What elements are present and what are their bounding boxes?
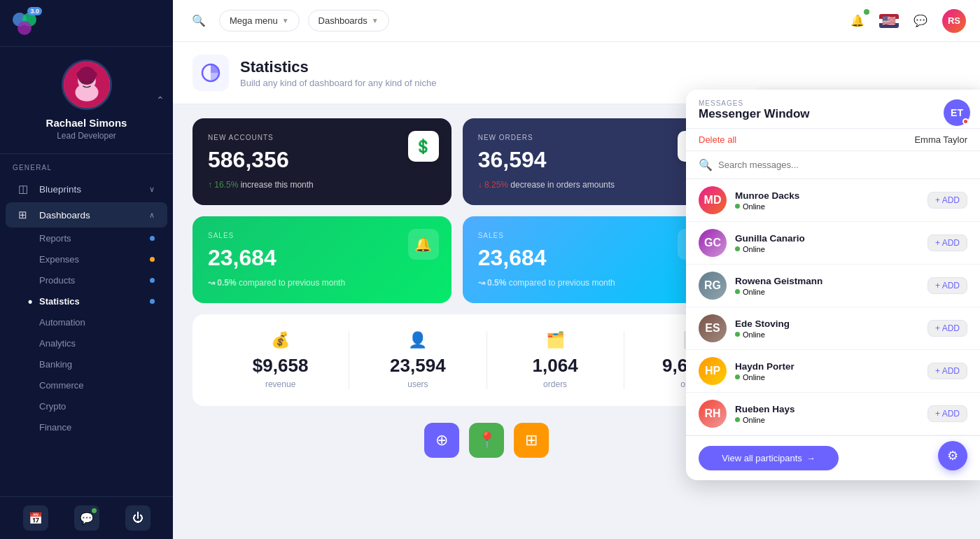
statistics-label: Statistics bbox=[39, 296, 80, 307]
messenger-footer: View all participants → ⚙ bbox=[686, 435, 980, 480]
online-dot-haydn bbox=[735, 374, 740, 379]
contact-avatar-rowena: RG bbox=[699, 272, 727, 300]
contact-name-rueben: Rueben Hays bbox=[735, 404, 927, 414]
dashboards-icon: ⊞ bbox=[18, 209, 32, 221]
logo-icon: 3.0 bbox=[10, 10, 39, 39]
contact-avatar-ede: ES bbox=[699, 314, 727, 342]
avatar bbox=[62, 59, 112, 110]
page-content: Statistics Build any kind of dashboard f… bbox=[173, 42, 980, 539]
users-icon: 👤 bbox=[408, 331, 427, 349]
sidebar-item-products[interactable]: Products bbox=[6, 270, 167, 290]
contact-info-gunilla: Gunilla Canario Online bbox=[735, 233, 927, 253]
new-orders-subtitle: ↓ 8.25% decrease in orders amounts bbox=[478, 180, 706, 190]
contact-avatar-gunilla: GC bbox=[699, 229, 727, 257]
contact-status-rueben: Online bbox=[735, 416, 927, 424]
grid-action-button[interactable]: ⊞ bbox=[514, 423, 549, 458]
users-label: users bbox=[407, 379, 428, 389]
general-label: GENERAL bbox=[0, 154, 173, 176]
messages-label: MESSAGES bbox=[699, 99, 967, 107]
topbar-avatar[interactable]: RS bbox=[942, 9, 966, 33]
blueprints-label: Blueprints bbox=[39, 184, 149, 195]
main-content: 🔍 Mega menu ▼ Dashboards ▼ 🔔 🇺🇸 💬 RS bbox=[173, 0, 980, 539]
view-all-participants-button[interactable]: View all participants → bbox=[699, 446, 839, 470]
contact-ede[interactable]: ES Ede Stoving Online + ADD bbox=[686, 307, 980, 350]
contact-info-rowena: Rowena Geistmann Online bbox=[735, 276, 927, 296]
add-rueben-button[interactable]: + ADD bbox=[927, 405, 967, 422]
sidebar-item-reports[interactable]: Reports bbox=[6, 228, 167, 248]
location-action-button[interactable]: 📍 bbox=[469, 423, 504, 458]
contact-info-ede: Ede Stoving Online bbox=[735, 318, 927, 339]
contact-status-gunilla: Online bbox=[735, 245, 927, 253]
message-button[interactable]: 💬 bbox=[909, 9, 932, 33]
contact-munroe[interactable]: MD Munroe Dacks Online + ADD bbox=[686, 179, 980, 222]
revenue-icon: 💰 bbox=[271, 331, 290, 349]
contact-rueben[interactable]: RH Rueben Hays Online + ADD bbox=[686, 393, 980, 435]
sidebar-item-crypto[interactable]: Crypto bbox=[6, 396, 167, 416]
search-icon[interactable]: 🔍 bbox=[187, 9, 211, 33]
users-value: 23,594 bbox=[390, 355, 446, 377]
contact-info-munroe: Munroe Dacks Online bbox=[735, 190, 927, 211]
contact-haydn[interactable]: HP Haydn Porter Online + ADD bbox=[686, 350, 980, 393]
contact-gunilla[interactable]: GC Gunilla Canario Online + ADD bbox=[686, 222, 980, 265]
notification-badge bbox=[864, 9, 869, 15]
add-action-button[interactable]: ⊕ bbox=[424, 423, 459, 458]
sidebar-item-analytics[interactable]: Analytics bbox=[6, 333, 167, 354]
dashboards-button[interactable]: Dashboards ▼ bbox=[308, 10, 389, 31]
chat-icon-btn[interactable]: 💬 bbox=[74, 505, 99, 531]
sales-green-card: SALES 23,684 ↝ 0.5% compared to previous… bbox=[192, 216, 451, 303]
products-dot bbox=[150, 278, 155, 283]
profile-chevron-icon[interactable]: ⌃ bbox=[156, 94, 164, 106]
contact-status-rowena: Online bbox=[735, 288, 927, 296]
notification-button[interactable]: 🔔 bbox=[846, 9, 869, 33]
sidebar-item-banking[interactable]: Banking bbox=[6, 354, 167, 374]
calendar-icon-btn[interactable]: 📅 bbox=[23, 505, 48, 531]
online-dot-rowena bbox=[735, 289, 740, 294]
sales-blue-value: 23,684 bbox=[478, 245, 706, 271]
commerce-label: Commerce bbox=[39, 380, 84, 391]
products-label: Products bbox=[39, 275, 75, 286]
contact-name-ede: Ede Stoving bbox=[735, 318, 927, 329]
contact-info-haydn: Haydn Porter Online bbox=[735, 361, 927, 382]
sidebar-item-dashboards[interactable]: ⊞ Dashboards ∧ bbox=[6, 202, 167, 227]
page-title: Statistics bbox=[240, 58, 436, 76]
topbar-right: 🔔 🇺🇸 💬 RS bbox=[846, 9, 966, 33]
sidebar-item-automation[interactable]: Automation bbox=[6, 312, 167, 332]
add-munroe-button[interactable]: + ADD bbox=[927, 192, 967, 209]
messenger-list: MD Munroe Dacks Online + ADD GC Gunilla … bbox=[686, 179, 980, 435]
orders-value: 1,064 bbox=[533, 355, 578, 377]
add-ede-button[interactable]: + ADD bbox=[927, 320, 967, 337]
sidebar-item-finance[interactable]: Finance bbox=[6, 417, 167, 438]
mega-menu-chevron-icon: ▼ bbox=[282, 17, 289, 24]
add-haydn-button[interactable]: + ADD bbox=[927, 363, 967, 379]
gear-settings-button[interactable]: ⚙ bbox=[938, 441, 967, 470]
search-messages-input[interactable] bbox=[718, 160, 967, 170]
delete-all-button[interactable]: Delete all bbox=[699, 134, 736, 145]
analytics-label: Analytics bbox=[39, 338, 76, 349]
contact-name-rowena: Rowena Geistmann bbox=[735, 276, 927, 286]
contact-name-gunilla: Gunilla Canario bbox=[735, 233, 927, 244]
sales-blue-subtitle: ↝ 0.5% compared to previous month bbox=[478, 278, 706, 288]
svg-point-7 bbox=[76, 69, 97, 80]
add-rowena-button[interactable]: + ADD bbox=[927, 277, 967, 294]
sidebar-item-blueprints[interactable]: ◫ Blueprints ∨ bbox=[6, 176, 167, 202]
sidebar-menu: GENERAL ◫ Blueprints ∨ ⊞ Dashboards ∧ Re… bbox=[0, 154, 173, 496]
language-flag[interactable]: 🇺🇸 bbox=[879, 14, 899, 28]
orders-label: orders bbox=[543, 379, 567, 389]
power-icon-btn[interactable]: ⏻ bbox=[125, 505, 150, 531]
view-all-label: View all participants bbox=[722, 453, 802, 463]
sales-green-label: SALES bbox=[208, 232, 436, 239]
blueprints-icon: ◫ bbox=[18, 183, 32, 195]
sidebar-item-statistics[interactable]: Statistics bbox=[6, 291, 167, 312]
profile-role: Lead Developer bbox=[57, 131, 116, 141]
contact-rowena[interactable]: RG Rowena Geistmann Online + ADD bbox=[686, 265, 980, 307]
profile-name: Rachael Simons bbox=[46, 117, 127, 129]
online-dot-munroe bbox=[735, 204, 740, 209]
sidebar-footer: 📅 💬 ⏻ bbox=[0, 496, 173, 539]
mega-menu-button[interactable]: Mega menu ▼ bbox=[219, 10, 300, 31]
sidebar-header: 3.0 bbox=[0, 0, 173, 47]
sidebar-item-commerce[interactable]: Commerce bbox=[6, 375, 167, 396]
sidebar-item-expenses[interactable]: Expenses bbox=[6, 249, 167, 270]
add-gunilla-button[interactable]: + ADD bbox=[927, 234, 967, 251]
svg-point-9 bbox=[89, 81, 92, 84]
chat-notification-dot bbox=[92, 508, 97, 513]
